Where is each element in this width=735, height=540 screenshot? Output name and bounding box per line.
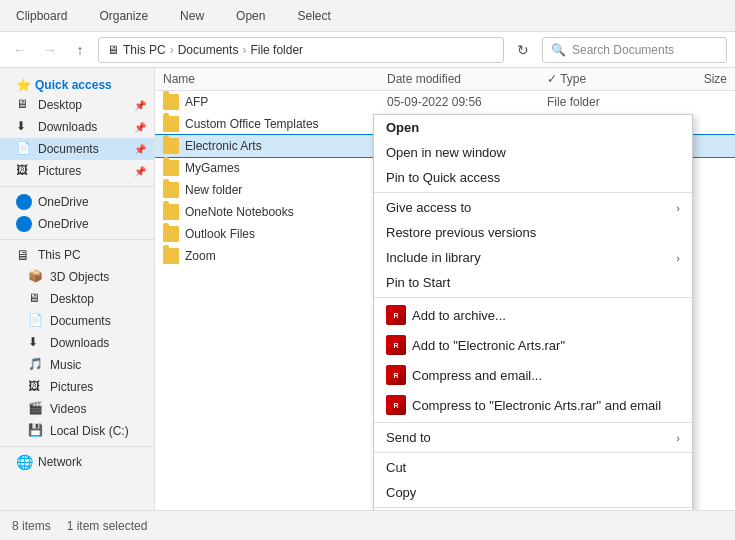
- ctx-pin-quick-access[interactable]: Pin to Quick access: [374, 165, 692, 190]
- file-name-onenote: OneNote Notebooks: [185, 205, 294, 219]
- sidebar-item-documents-qa[interactable]: 📄 Documents 📌: [0, 138, 154, 160]
- breadcrumb-filefolder[interactable]: File folder: [250, 43, 303, 57]
- sidebar-item-pictures-qa[interactable]: 🖼 Pictures 📌: [0, 160, 154, 182]
- sidebar-item-pictures-qa-label: Pictures: [38, 164, 81, 178]
- breadcrumb-documents[interactable]: Documents: [178, 43, 239, 57]
- sidebar-divider1: [0, 186, 154, 187]
- file-row-afp[interactable]: AFP 05-09-2022 09:56 File folder: [155, 91, 735, 113]
- onedrive-icon2: [16, 216, 32, 232]
- 3dobjects-icon: 📦: [28, 269, 44, 285]
- ctx-add-archive-label: Add to archive...: [412, 308, 506, 323]
- file-name-mygames: MyGames: [185, 161, 240, 175]
- sidebar-localdisk-label: Local Disk (C:): [50, 424, 129, 438]
- ctx-open-label: Open: [386, 120, 419, 135]
- sidebar-item-thispc[interactable]: 🖥 This PC: [0, 244, 154, 266]
- pin-icon3: 📌: [134, 144, 146, 155]
- checkmark-icon: ✓: [547, 72, 557, 86]
- toolbar-select: Select: [289, 9, 338, 23]
- sidebar-pictures-label: Pictures: [50, 380, 93, 394]
- sidebar-item-onedrive2[interactable]: OneDrive: [0, 213, 154, 235]
- sidebar-item-documents[interactable]: 📄 Documents: [0, 310, 154, 332]
- sidebar-3dobjects-label: 3D Objects: [50, 270, 109, 284]
- downloads-icon: ⬇: [16, 119, 32, 135]
- sidebar-item-3dobjects[interactable]: 📦 3D Objects: [0, 266, 154, 288]
- up-button[interactable]: ↑: [68, 38, 92, 62]
- ctx-give-access-label: Give access to: [386, 200, 471, 215]
- sidebar-divider3: [0, 446, 154, 447]
- ctx-give-access[interactable]: Give access to ›: [374, 195, 692, 220]
- ctx-compress-email[interactable]: R Compress and email...: [374, 360, 692, 390]
- file-name-zoom: Zoom: [185, 249, 216, 263]
- col-header-date[interactable]: Date modified: [387, 72, 547, 86]
- ctx-compress-email-label: Compress and email...: [412, 368, 542, 383]
- sidebar-divider2: [0, 239, 154, 240]
- sidebar-item-downloads[interactable]: ⬇ Downloads: [0, 332, 154, 354]
- sidebar-item-onedrive1[interactable]: OneDrive: [0, 191, 154, 213]
- ctx-cut[interactable]: Cut: [374, 455, 692, 480]
- folder-icon-afp: [163, 94, 179, 110]
- ctx-send-to[interactable]: Send to ›: [374, 425, 692, 450]
- breadcrumb-thispc[interactable]: This PC: [123, 43, 166, 57]
- ctx-compress-ea-email-label: Compress to "Electronic Arts.rar" and em…: [412, 398, 661, 413]
- submenu-arrow3: ›: [676, 432, 680, 444]
- back-button[interactable]: ←: [8, 38, 32, 62]
- pin-icon4: 📌: [134, 166, 146, 177]
- toolbar-select-label[interactable]: Select: [297, 9, 330, 23]
- videos-icon: 🎬: [28, 401, 44, 417]
- col-header-name[interactable]: Name: [163, 72, 387, 86]
- ctx-compress-ea-email[interactable]: R Compress to "Electronic Arts.rar" and …: [374, 390, 692, 420]
- localdisk-icon: 💾: [28, 423, 44, 439]
- ctx-divider1: [374, 192, 692, 193]
- ctx-open[interactable]: Open: [374, 115, 692, 140]
- folder-icon-outlook: [163, 226, 179, 242]
- file-area: Name Date modified ✓ Type Size AFP 05-09…: [155, 68, 735, 510]
- search-icon: 🔍: [551, 43, 566, 57]
- search-box[interactable]: 🔍 Search Documents: [542, 37, 727, 63]
- sidebar-item-desktop-qa-label: Desktop: [38, 98, 82, 112]
- ctx-include-library[interactable]: Include in library ›: [374, 245, 692, 270]
- col-header-size[interactable]: Size: [647, 72, 727, 86]
- toolbar-new-label[interactable]: New: [180, 9, 204, 23]
- ctx-add-ea-rar[interactable]: R Add to "Electronic Arts.rar": [374, 330, 692, 360]
- downloads2-icon: ⬇: [28, 335, 44, 351]
- rar-icon3: R: [386, 365, 406, 385]
- sidebar-item-documents-qa-label: Documents: [38, 142, 99, 156]
- toolbar-organize-label[interactable]: Organize: [99, 9, 148, 23]
- ctx-pin-quick-access-label: Pin to Quick access: [386, 170, 500, 185]
- toolbar-clipboard-label[interactable]: Clipboard: [16, 9, 67, 23]
- sidebar-network-label: Network: [38, 455, 82, 469]
- breadcrumb-sep2: ›: [242, 43, 246, 57]
- ctx-copy[interactable]: Copy: [374, 480, 692, 505]
- sidebar-item-network[interactable]: 🌐 Network: [0, 451, 154, 473]
- toolbar-clipboard: Clipboard: [8, 9, 75, 23]
- sidebar-item-localdisk[interactable]: 💾 Local Disk (C:): [0, 420, 154, 442]
- ctx-send-to-label: Send to: [386, 430, 431, 445]
- sidebar-item-desktop[interactable]: 🖥 Desktop: [0, 288, 154, 310]
- breadcrumb-pc-icon: 🖥: [107, 43, 119, 57]
- ctx-pin-start-label: Pin to Start: [386, 275, 450, 290]
- sidebar-item-videos[interactable]: 🎬 Videos: [0, 398, 154, 420]
- ctx-add-archive[interactable]: R Add to archive...: [374, 300, 692, 330]
- toolbar-open-label[interactable]: Open: [236, 9, 265, 23]
- documents-icon: 📄: [16, 141, 32, 157]
- forward-button[interactable]: →: [38, 38, 62, 62]
- file-type-afp: File folder: [547, 95, 647, 109]
- ctx-open-new-window[interactable]: Open in new window: [374, 140, 692, 165]
- sidebar-item-music[interactable]: 🎵 Music: [0, 354, 154, 376]
- sidebar-item-pictures[interactable]: 🖼 Pictures: [0, 376, 154, 398]
- ctx-restore-prev[interactable]: Restore previous versions: [374, 220, 692, 245]
- ctx-restore-prev-label: Restore previous versions: [386, 225, 536, 240]
- toolbar-new: New: [172, 9, 212, 23]
- ctx-pin-start[interactable]: Pin to Start: [374, 270, 692, 295]
- sidebar-item-downloads-qa[interactable]: ⬇ Downloads 📌: [0, 116, 154, 138]
- folder-icon-mygames: [163, 160, 179, 176]
- breadcrumb[interactable]: 🖥 This PC › Documents › File folder: [98, 37, 504, 63]
- sidebar-item-downloads-qa-label: Downloads: [38, 120, 97, 134]
- sidebar-item-desktop-qa[interactable]: 🖥 Desktop 📌: [0, 94, 154, 116]
- ctx-include-library-label: Include in library: [386, 250, 481, 265]
- submenu-arrow1: ›: [676, 202, 680, 214]
- file-date-afp: 05-09-2022 09:56: [387, 95, 547, 109]
- context-menu: Open Open in new window Pin to Quick acc…: [373, 114, 693, 510]
- refresh-button[interactable]: ↻: [510, 37, 536, 63]
- ctx-cut-label: Cut: [386, 460, 406, 475]
